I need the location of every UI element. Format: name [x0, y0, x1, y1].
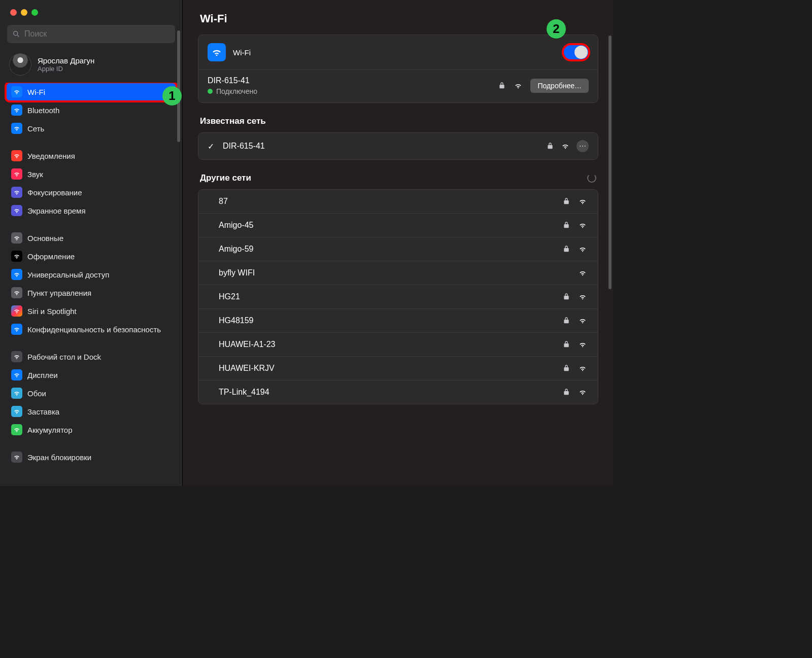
- sidebar-item[interactable]: Сеть: [6, 119, 176, 137]
- sidebar-item[interactable]: Wi-Fi: [6, 83, 176, 101]
- lock-icon: [562, 388, 570, 396]
- loading-spinner-icon: [587, 174, 596, 183]
- sidebar-item[interactable]: Аккумулятор: [6, 421, 176, 439]
- wifi-signal-icon: [579, 269, 587, 277]
- main-scroll[interactable]: Wi-Fi DIR-615-41 Подключено Подро: [183, 34, 614, 486]
- sidebar-item[interactable]: Конфиденциальность и безопасность: [6, 320, 176, 338]
- sidebar-item[interactable]: Дисплеи: [6, 366, 176, 384]
- other-network-row[interactable]: 87: [198, 190, 598, 213]
- wifi-header-row: Wi-Fi: [198, 35, 598, 70]
- sidebar-item-icon: [11, 251, 22, 262]
- wifi-signal-icon: [579, 245, 587, 253]
- sidebar-item-label: Конфиденциальность и безопасность: [27, 325, 161, 334]
- sidebar: Ярослав Драгун Apple ID 1 Wi-FiBluetooth…: [0, 0, 183, 486]
- sidebar-item-icon: [11, 388, 22, 399]
- avatar: [9, 53, 31, 76]
- other-network-row[interactable]: HG21: [198, 285, 598, 308]
- sidebar-item-label: Siri и Spotlight: [27, 307, 77, 316]
- other-network-row[interactable]: HG48159: [198, 308, 598, 332]
- wifi-signal-icon: [579, 340, 587, 349]
- search-field[interactable]: [7, 25, 175, 43]
- user-name: Ярослав Драгун: [38, 56, 94, 65]
- sidebar-item-label: Звук: [27, 170, 43, 179]
- lock-icon: [498, 82, 506, 90]
- other-network-row[interactable]: HUAWEI-A1-23: [198, 332, 598, 356]
- sidebar-item[interactable]: Универсальный доступ: [6, 265, 176, 284]
- status-text: Подключено: [216, 87, 257, 95]
- sidebar-item[interactable]: Обои: [6, 384, 176, 402]
- other-network-row[interactable]: TP-Link_4194: [198, 380, 598, 404]
- sidebar-item-label: Фокусирование: [27, 188, 82, 197]
- sidebar-item-label: Оформление: [27, 252, 75, 261]
- sidebar-item[interactable]: Уведомления: [6, 147, 176, 165]
- maximize-button[interactable]: [31, 9, 38, 16]
- known-network-row[interactable]: ✓DIR-615-41⋯: [198, 133, 598, 159]
- sidebar-list[interactable]: Wi-FiBluetoothСетьУведомленияЗвукФокусир…: [0, 83, 182, 486]
- sidebar-item-icon: [11, 150, 22, 161]
- sidebar-item-icon: [11, 168, 22, 180]
- sidebar-item-label: Bluetooth: [27, 106, 59, 115]
- sidebar-scrollbar[interactable]: [177, 30, 180, 142]
- sidebar-item-icon: [11, 105, 22, 116]
- wifi-signal-icon: [579, 197, 587, 205]
- sidebar-item[interactable]: Звук: [6, 165, 176, 183]
- wifi-signal-icon: [579, 317, 587, 325]
- details-button[interactable]: Подробнее…: [530, 79, 589, 93]
- network-name: HUAWEI-KRJV: [219, 364, 562, 373]
- network-name: HUAWEI-A1-23: [219, 340, 562, 349]
- wifi-signal-icon: [579, 364, 587, 372]
- sidebar-item-label: Wi-Fi: [27, 88, 45, 96]
- sidebar-item[interactable]: Фокусирование: [6, 183, 176, 201]
- sidebar-item-icon: [11, 452, 22, 463]
- minimize-button[interactable]: [21, 9, 27, 16]
- lock-icon: [546, 142, 554, 150]
- lock-icon: [562, 340, 570, 349]
- sidebar-item[interactable]: Siri и Spotlight: [6, 302, 176, 320]
- sidebar-item-label: Рабочий стол и Dock: [27, 353, 101, 361]
- known-section-title: Известная сеть: [200, 116, 596, 126]
- wifi-signal-icon: [561, 142, 569, 150]
- other-network-row[interactable]: Amigo-45: [198, 213, 598, 237]
- lock-icon: [562, 364, 570, 372]
- search-input[interactable]: [24, 29, 170, 39]
- other-network-row[interactable]: Amigo-59: [198, 237, 598, 261]
- other-network-row[interactable]: byfly WIFI: [198, 261, 598, 285]
- sidebar-item[interactable]: Экранное время: [6, 201, 176, 220]
- annotation-badge-2: 2: [547, 19, 566, 39]
- sidebar-item[interactable]: Оформление: [6, 247, 176, 265]
- sidebar-item-icon: [11, 232, 22, 244]
- window-controls: [0, 0, 182, 23]
- sidebar-item[interactable]: Пункт управления: [6, 284, 176, 302]
- sidebar-item-icon: [11, 86, 22, 97]
- wifi-toggle[interactable]: [563, 45, 589, 60]
- sidebar-item[interactable]: Bluetooth: [6, 101, 176, 119]
- network-name: TP-Link_4194: [219, 388, 562, 397]
- sidebar-item[interactable]: Рабочий стол и Dock: [6, 348, 176, 366]
- sidebar-item-icon: [11, 406, 22, 417]
- lock-icon: [562, 245, 570, 253]
- wifi-signal-icon: [579, 221, 587, 229]
- sidebar-item[interactable]: Заставка: [6, 402, 176, 421]
- network-name: Amigo-59: [219, 245, 562, 254]
- sidebar-item[interactable]: Основные: [6, 229, 176, 247]
- close-button[interactable]: [10, 9, 17, 16]
- sidebar-item-label: Заставка: [27, 407, 59, 416]
- sidebar-item-icon: [11, 369, 22, 380]
- sidebar-item-icon: [11, 424, 22, 435]
- lock-icon: [562, 293, 570, 301]
- network-name: DIR-615-41: [223, 142, 539, 151]
- other-section-title: Другие сети: [200, 173, 596, 183]
- account-row[interactable]: Ярослав Драгун Apple ID: [0, 50, 182, 83]
- current-network-status: Подключено: [208, 87, 498, 95]
- wifi-label: Wi-Fi: [233, 48, 556, 57]
- more-button[interactable]: ⋯: [577, 140, 589, 152]
- annotation-badge-1: 1: [162, 86, 182, 106]
- user-sub: Apple ID: [38, 65, 94, 73]
- main-scrollbar[interactable]: [608, 36, 612, 289]
- sidebar-item-icon: [11, 351, 22, 362]
- other-network-row[interactable]: HUAWEI-KRJV: [198, 356, 598, 380]
- known-networks-card: ✓DIR-615-41⋯: [198, 132, 598, 160]
- sidebar-item[interactable]: Экран блокировки: [6, 448, 176, 466]
- network-name: 87: [219, 197, 562, 206]
- wifi-card: Wi-Fi DIR-615-41 Подключено Подро: [198, 34, 598, 103]
